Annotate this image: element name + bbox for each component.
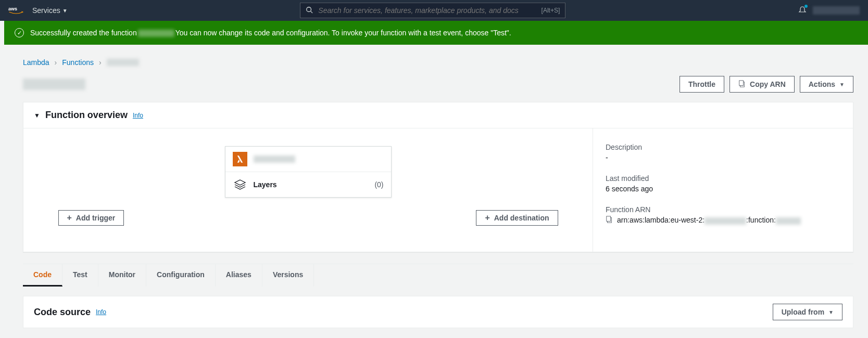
upload-from-button[interactable]: Upload from ▼ bbox=[773, 304, 842, 320]
svg-text:aws: aws bbox=[8, 6, 17, 11]
caret-down-icon: ▼ bbox=[34, 112, 40, 119]
tab-versions[interactable]: Versions bbox=[262, 264, 314, 287]
arn-fn-redacted bbox=[776, 217, 801, 225]
breadcrumb: Lambda › Functions › bbox=[23, 45, 853, 76]
actions-button[interactable]: Actions ▼ bbox=[800, 76, 853, 93]
nav-right bbox=[798, 6, 860, 16]
add-trigger-label: Add trigger bbox=[76, 214, 115, 222]
services-menu[interactable]: Services ▼ bbox=[32, 6, 68, 15]
crumb-lambda[interactable]: Lambda bbox=[23, 58, 49, 67]
add-destination-button[interactable]: + Add destination bbox=[476, 210, 558, 226]
last-modified-value: 6 seconds ago bbox=[606, 185, 840, 193]
layers-label: Layers bbox=[254, 180, 369, 189]
code-source-info-link[interactable]: Info bbox=[96, 308, 106, 316]
tab-configuration[interactable]: Configuration bbox=[146, 264, 216, 287]
plus-icon: + bbox=[485, 214, 489, 222]
trigger-row: + Add trigger + Add destination bbox=[58, 210, 558, 226]
svg-point-1 bbox=[307, 7, 311, 11]
aws-logo[interactable]: aws bbox=[8, 5, 24, 16]
overview-header[interactable]: ▼ Function overview Info bbox=[23, 102, 853, 128]
services-label: Services bbox=[32, 6, 60, 15]
page-title bbox=[23, 79, 85, 90]
chevron-down-icon: ▼ bbox=[62, 8, 68, 14]
copy-icon[interactable] bbox=[606, 216, 613, 225]
tab-aliases[interactable]: Aliases bbox=[216, 264, 262, 287]
arn-account-redacted bbox=[705, 217, 746, 225]
plus-icon: + bbox=[67, 214, 72, 222]
success-banner: ✓ Successfully created the functionYou c… bbox=[4, 21, 868, 45]
add-destination-label: Add destination bbox=[494, 214, 549, 222]
chevron-right-icon: › bbox=[99, 58, 102, 67]
top-nav: aws Services ▼ [Alt+S] bbox=[0, 0, 868, 21]
function-name bbox=[254, 155, 295, 163]
search-wrap: [Alt+S] bbox=[76, 3, 790, 18]
upload-from-label: Upload from bbox=[782, 308, 824, 316]
overview-info-link[interactable]: Info bbox=[133, 112, 143, 119]
tab-monitor[interactable]: Monitor bbox=[98, 264, 146, 287]
arn-text: arn:aws:lambda:eu-west-2::function: bbox=[617, 216, 801, 224]
chevron-down-icon: ▼ bbox=[828, 309, 834, 315]
layers-count: (0) bbox=[374, 180, 383, 189]
actions-label: Actions bbox=[809, 80, 835, 88]
banner-suffix: You can now change its code and configur… bbox=[175, 29, 511, 37]
copy-arn-label: Copy ARN bbox=[750, 80, 786, 88]
add-trigger-button[interactable]: + Add trigger bbox=[58, 210, 124, 226]
lambda-icon bbox=[233, 152, 247, 166]
search-input[interactable] bbox=[318, 6, 536, 15]
code-source-title: Code source bbox=[34, 307, 91, 318]
code-source-card: Code source Info Upload from ▼ bbox=[23, 296, 853, 328]
content: Lambda › Functions › Throttle Copy ARN A… bbox=[4, 45, 868, 338]
search-box[interactable]: [Alt+S] bbox=[300, 3, 565, 18]
tabs: Code Test Monitor Configuration Aliases … bbox=[23, 264, 853, 287]
search-icon bbox=[306, 6, 313, 15]
layers-icon bbox=[233, 177, 247, 192]
code-source-title-wrap: Code source Info bbox=[34, 307, 106, 318]
chevron-right-icon: › bbox=[55, 58, 57, 67]
description-value: - bbox=[606, 153, 840, 162]
function-overview-card: ▼ Function overview Info bbox=[23, 102, 853, 252]
notification-dot-icon bbox=[804, 5, 808, 8]
overview-title: Function overview bbox=[45, 110, 128, 121]
search-shortcut: [Alt+S] bbox=[542, 7, 560, 14]
arn-mid: :function: bbox=[746, 216, 776, 224]
description-label: Description bbox=[606, 143, 840, 151]
overview-diagram: Layers (0) + Add trigger + Add destinati… bbox=[23, 128, 593, 252]
last-modified-label: Last modified bbox=[606, 174, 840, 183]
account-menu[interactable] bbox=[813, 6, 860, 15]
throttle-label: Throttle bbox=[688, 80, 715, 88]
copy-arn-button[interactable]: Copy ARN bbox=[729, 76, 795, 93]
overview-body: Layers (0) + Add trigger + Add destinati… bbox=[23, 128, 853, 252]
arn-prefix: arn:aws:lambda:eu-west-2: bbox=[617, 216, 705, 224]
chevron-down-icon: ▼ bbox=[839, 82, 845, 87]
banner-prefix: Successfully created the function bbox=[30, 29, 137, 37]
copy-icon bbox=[738, 80, 746, 89]
overview-details: Description - Last modified 6 seconds ag… bbox=[593, 128, 853, 252]
redacted-fn-name bbox=[138, 30, 174, 37]
tab-test[interactable]: Test bbox=[62, 264, 98, 287]
arn-value: arn:aws:lambda:eu-west-2::function: bbox=[606, 216, 840, 225]
function-name-row bbox=[225, 147, 391, 172]
banner-text: Successfully created the functionYou can… bbox=[30, 29, 511, 37]
crumb-current bbox=[107, 59, 139, 66]
arn-label: Function ARN bbox=[606, 205, 840, 214]
throttle-button[interactable]: Throttle bbox=[680, 76, 724, 93]
svg-rect-4 bbox=[739, 80, 744, 85]
action-buttons: Throttle Copy ARN Actions ▼ bbox=[680, 76, 853, 93]
success-check-icon: ✓ bbox=[15, 28, 24, 37]
svg-line-2 bbox=[311, 11, 313, 13]
crumb-functions[interactable]: Functions bbox=[62, 58, 94, 67]
tab-code[interactable]: Code bbox=[23, 264, 62, 287]
title-bar: Throttle Copy ARN Actions ▼ bbox=[23, 76, 853, 102]
layers-row[interactable]: Layers (0) bbox=[225, 172, 391, 197]
svg-rect-6 bbox=[607, 216, 611, 222]
function-box[interactable]: Layers (0) bbox=[225, 146, 392, 198]
notifications-icon[interactable] bbox=[798, 6, 807, 16]
